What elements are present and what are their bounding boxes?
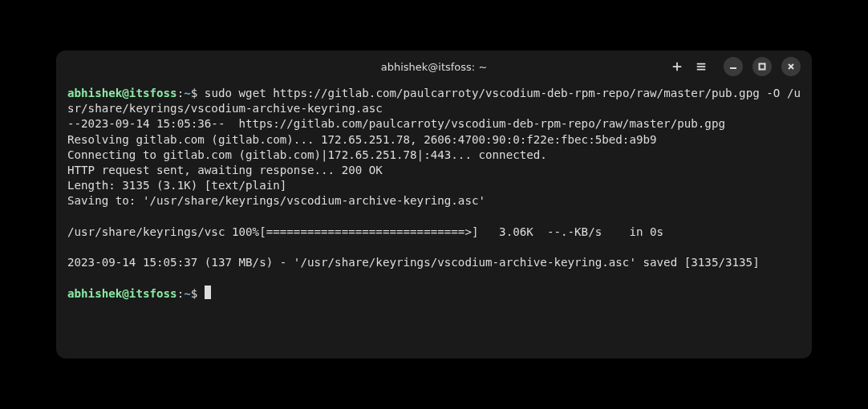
hamburger-menu-icon[interactable] bbox=[695, 60, 708, 73]
prompt-userhost: abhishek@itsfoss bbox=[67, 87, 177, 99]
prompt-path: ~ bbox=[184, 87, 191, 99]
output-line: Saving to: '/usr/share/keyrings/vscodium… bbox=[67, 194, 485, 207]
minimize-button[interactable] bbox=[724, 57, 743, 76]
close-button[interactable] bbox=[781, 57, 801, 76]
output-line: --2023-09-14 15:05:36-- https://gitlab.c… bbox=[67, 117, 725, 130]
titlebar-controls bbox=[671, 57, 801, 76]
svg-rect-6 bbox=[760, 64, 765, 70]
window-controls bbox=[724, 57, 801, 76]
terminal-body[interactable]: abhishek@itsfoss:~$ sudo wget https://gi… bbox=[56, 83, 812, 358]
output-line: HTTP request sent, awaiting response... … bbox=[67, 164, 383, 176]
prompt-path: ~ bbox=[184, 287, 191, 300]
output-line: 2023-09-14 15:05:37 (137 MB/s) - '/usr/s… bbox=[67, 256, 760, 269]
prompt-colon: : bbox=[177, 287, 185, 300]
new-tab-icon[interactable] bbox=[671, 60, 683, 73]
terminal-window: abhishek@itsfoss: ~ abhishek@itsfoss:~ bbox=[56, 51, 812, 358]
prompt-colon: : bbox=[177, 87, 185, 99]
output-line: Length: 3135 (3.1K) [text/plain] bbox=[67, 179, 286, 192]
maximize-button[interactable] bbox=[752, 57, 772, 76]
output-line: /usr/share/keyrings/vsc 100%[===========… bbox=[67, 225, 663, 238]
cursor bbox=[205, 285, 211, 299]
prompt-dollar: $ bbox=[191, 287, 205, 300]
prompt-userhost: abhishek@itsfoss bbox=[67, 287, 177, 300]
prompt-dollar: $ bbox=[191, 87, 205, 99]
output-line: Resolving gitlab.com (gitlab.com)... 172… bbox=[67, 133, 657, 146]
output-line: Connecting to gitlab.com (gitlab.com)|17… bbox=[67, 148, 547, 161]
titlebar: abhishek@itsfoss: ~ bbox=[56, 51, 812, 83]
